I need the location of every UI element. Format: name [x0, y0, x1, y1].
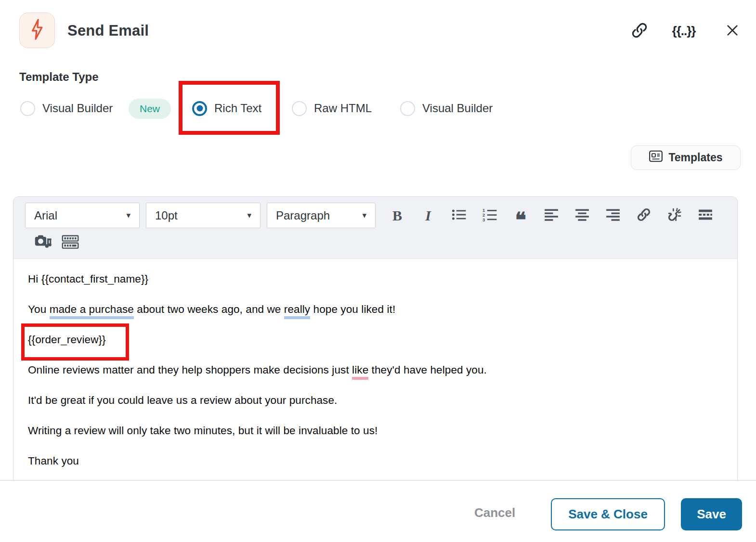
font-size-value: 10pt — [155, 209, 178, 222]
align-left-icon — [544, 208, 559, 223]
italic-button[interactable]: I — [413, 203, 443, 228]
merge-field-paragraph: {{order_review}} — [28, 333, 723, 346]
numbered-list-button[interactable]: 1 2 3 — [474, 203, 505, 228]
align-center-button[interactable] — [567, 203, 598, 228]
svg-text:1: 1 — [482, 208, 485, 213]
text-segment: Online reviews matter and they help shop… — [28, 364, 352, 376]
font-family-select[interactable]: Arial ▾ — [25, 203, 140, 228]
templates-button[interactable]: Templates — [631, 145, 741, 170]
align-left-button[interactable] — [536, 203, 567, 228]
footer-divider — [0, 480, 756, 481]
radio-circle-icon — [400, 101, 415, 116]
spellcheck-underlined-text: like — [352, 364, 368, 380]
radio-label: Rich Text — [214, 102, 261, 115]
spellcheck-underlined-text: really — [284, 303, 310, 319]
save-button[interactable]: Save — [681, 498, 742, 530]
horizontal-rule-button[interactable] — [690, 203, 721, 228]
numbered-list-icon: 1 2 3 — [482, 208, 497, 223]
chevron-down-icon: ▾ — [362, 210, 366, 220]
email-paragraph: Online reviews matter and they help shop… — [28, 363, 723, 376]
paragraph-style-select[interactable]: Paragraph ▾ — [267, 203, 376, 228]
text-segment: they'd have helped you. — [368, 364, 487, 376]
send-email-action-icon — [19, 13, 55, 48]
radio-raw-html[interactable]: Raw HTML — [292, 100, 372, 116]
radio-rich-text[interactable]: Rich Text — [192, 100, 261, 116]
insert-link-button[interactable] — [628, 203, 659, 228]
remove-link-button[interactable] — [659, 203, 690, 228]
svg-text:3: 3 — [482, 218, 485, 221]
bold-button[interactable]: B — [382, 203, 413, 228]
dialog-title: Send Email — [67, 22, 149, 39]
rich-text-editor: Arial ▾ 10pt ▾ Paragraph ▾ B I — [13, 196, 738, 480]
link-icon — [636, 207, 652, 224]
chevron-down-icon: ▾ — [126, 210, 130, 220]
radio-circle-icon — [292, 101, 307, 116]
bold-icon: B — [392, 207, 402, 224]
new-badge: New — [129, 99, 171, 119]
close-icon — [725, 23, 740, 39]
templates-button-label: Templates — [668, 151, 722, 164]
radio-label: Visual Builder — [42, 102, 113, 115]
paragraph-style-value: Paragraph — [276, 209, 330, 222]
radio-circle-icon — [20, 101, 35, 116]
insert-link-header-button[interactable] — [628, 21, 651, 40]
text-segment: hope you liked it! — [310, 303, 395, 315]
horizontal-rule-icon — [698, 209, 713, 222]
email-paragraph: Thank you — [28, 454, 723, 467]
email-paragraph: It'd be great if you could leave us a re… — [28, 394, 723, 407]
media-icon — [34, 234, 52, 251]
align-center-icon — [575, 208, 589, 223]
email-paragraph: Hi {{contact_first_name}} — [28, 272, 723, 285]
merge-fields-icon: {{..}} — [672, 24, 696, 39]
radio-label: Visual Builder — [422, 102, 493, 115]
bulleted-list-button[interactable] — [443, 203, 474, 228]
merge-fields-button[interactable]: {{..}} — [668, 21, 699, 40]
font-family-value: Arial — [34, 209, 57, 222]
save-and-close-button[interactable]: Save & Close — [551, 498, 665, 530]
text-segment: You — [28, 303, 50, 315]
lightning-bolt-icon — [28, 18, 46, 42]
template-type-label: Template Type — [19, 70, 98, 84]
radio-selected-icon — [192, 101, 207, 116]
cancel-button[interactable]: Cancel — [474, 505, 515, 520]
template-card-icon — [649, 150, 663, 166]
blockquote-icon: ❝ — [515, 215, 526, 225]
radio-visual-builder-2[interactable]: Visual Builder — [400, 100, 493, 116]
svg-text:2: 2 — [482, 213, 485, 218]
close-dialog-button[interactable] — [721, 21, 743, 40]
align-right-icon — [606, 208, 620, 223]
email-body-editor[interactable]: Hi {{contact_first_name}} You made a pur… — [13, 259, 737, 480]
bulleted-list-icon — [452, 208, 466, 223]
blockquote-button[interactable]: ❝ — [505, 203, 536, 228]
keyboard-icon — [62, 235, 79, 251]
text-segment: about two weeks ago, and we — [134, 303, 284, 315]
radio-label: Raw HTML — [314, 102, 372, 115]
italic-icon: I — [425, 207, 431, 224]
link-icon — [630, 21, 649, 41]
unlink-icon — [667, 207, 682, 224]
email-paragraph: You made a purchase about two weeks ago,… — [28, 303, 723, 316]
keyboard-button[interactable] — [57, 230, 84, 256]
editor-toolbar: Arial ▾ 10pt ▾ Paragraph ▾ B I — [13, 197, 737, 259]
email-paragraph: Writing a review will only take two minu… — [28, 424, 723, 437]
insert-media-button[interactable] — [30, 230, 57, 256]
spellcheck-underlined-text: made a purchase — [50, 303, 134, 319]
chevron-down-icon: ▾ — [247, 210, 251, 220]
radio-visual-builder-1[interactable]: Visual Builder — [20, 100, 113, 116]
align-right-button[interactable] — [598, 203, 628, 228]
font-size-select[interactable]: 10pt ▾ — [146, 203, 261, 228]
